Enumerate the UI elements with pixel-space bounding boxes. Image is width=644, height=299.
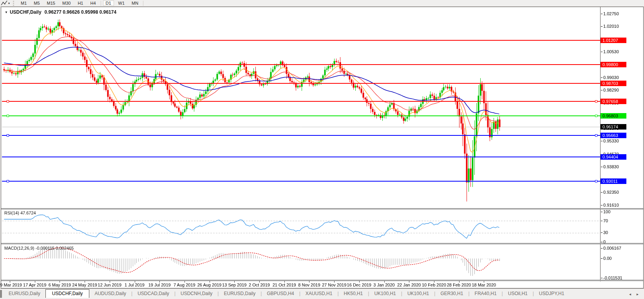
level-price-label: 0.94404 — [601, 154, 626, 160]
date-axis-label: 26 Aug 2019 — [197, 283, 222, 287]
price-axis-tick: 1.02010 — [603, 24, 619, 29]
price-axis-tick: 0.93830 — [603, 164, 619, 169]
chart-window: ▼USDCHF,Daily0.96277 0.96626 0.95998 0.9… — [1, 7, 644, 288]
date-axis-label: 3 Jan 2020 — [373, 283, 394, 287]
tabs-scroll-right-icon[interactable]: ▸ — [637, 292, 639, 296]
timeframe-button-d1[interactable]: D1 — [103, 0, 114, 6]
chart-tab-usoil-h1[interactable]: USOil,H1 — [503, 290, 533, 298]
timeframe-button-m5[interactable]: M5 — [31, 0, 42, 6]
chart-tab-xauusd-h1[interactable]: XAUUSD,H1 — [300, 290, 338, 298]
timeframe-button-m30[interactable]: M30 — [60, 0, 73, 6]
date-axis-label: 29 Mar 2019 — [0, 283, 22, 287]
date-axis-label: 17 Apr 2019 — [23, 283, 46, 287]
level-line-handle[interactable] — [7, 134, 9, 137]
timeframe-button-h4[interactable]: H4 — [87, 0, 98, 6]
price-axis-tick: 0.98290 — [603, 88, 619, 93]
rsi-indicator-label: RSI(14) 47.6724 — [4, 211, 36, 215]
timeframe-button-h1[interactable]: H1 — [75, 0, 86, 6]
horizontal-level-line-0.93011[interactable] — [2, 181, 600, 182]
price-axis-tick: 0.92350 — [603, 190, 619, 195]
date-axis-label: 8 Nov 2019 — [298, 283, 320, 287]
chart-title: ▼USDCHF,Daily0.96277 0.96626 0.95998 0.9… — [5, 9, 116, 15]
chart-tab-uk100-h1[interactable]: UK100,H1 — [369, 290, 401, 298]
tool-dropdown-icon[interactable]: ▾ — [8, 2, 10, 5]
chart-tab-fra40-h1[interactable]: FRA40,H1 — [470, 290, 502, 298]
timeframe-toolbar: ▾ M1M5M15M30H1H4D1W1MN — [0, 0, 644, 7]
level-line-handle[interactable] — [7, 100, 9, 103]
chart-tab-usdchf-daily[interactable]: USDCHF,Daily — [45, 289, 90, 298]
level-price-label: 0.93011 — [601, 178, 626, 184]
main-rsi-separator[interactable] — [1, 208, 643, 209]
toolbar-grip[interactable] — [13, 1, 15, 6]
date-axis-label: 24 May 2019 — [72, 283, 97, 287]
date-axis-label: 19 Jul 2019 — [148, 283, 171, 287]
macd-axis-tick: 0.006167 — [603, 246, 621, 251]
timeframe-button-m15[interactable]: M15 — [44, 0, 58, 6]
chart-tab-usdjpy-h1[interactable]: USDJPY,H1 — [534, 290, 569, 298]
rsi-axis-tick: 0 — [603, 240, 606, 245]
date-axis-label: 21 Oct 2019 — [273, 283, 296, 287]
level-line-handle[interactable] — [595, 100, 597, 103]
date-axis-label: 27 Nov 2019 — [322, 283, 346, 287]
price-axis[interactable] — [600, 7, 643, 281]
timeframe-button-m1[interactable]: M1 — [18, 0, 29, 6]
level-line-handle[interactable] — [7, 180, 9, 182]
horizontal-level-line-0.95663[interactable] — [2, 135, 600, 136]
date-axis-label: 13 Sep 2019 — [222, 283, 246, 287]
chart-tab-ger30-h1[interactable]: GER30,H1 — [435, 290, 468, 298]
price-axis-tick: 0.95330 — [603, 139, 619, 144]
horizontal-level-line-1.01207[interactable] — [2, 40, 600, 41]
chart-tab-hk50-h1[interactable]: HK50,H1 — [339, 290, 368, 298]
date-axis-label: 28 Feb 2020 — [447, 283, 471, 287]
price-axis-tick: 0.91610 — [603, 203, 619, 208]
drawing-tool-icon[interactable] — [1, 0, 8, 6]
date-axis-label: 7 Aug 2019 — [174, 283, 195, 287]
rsi-axis-tick: 30 — [603, 230, 608, 235]
level-price-label: 0.97658 — [601, 99, 626, 104]
macd-axis-tick: -0.011531 — [603, 276, 622, 281]
date-axis-label: 22 Jan 2020 — [397, 283, 421, 287]
date-axis-label: 2 Oct 2019 — [249, 283, 270, 287]
chart-tab-gbpusd-h4[interactable]: GBPUSD,H4 — [262, 290, 299, 298]
chart-tab-bar: EURUSD,DailyUSDCHF,DailyAUDUSD,Daily|USD… — [0, 288, 644, 298]
level-price-label: 0.95663 — [601, 133, 626, 138]
price-axis-tick: 1.00530 — [603, 49, 619, 54]
horizontal-level-line-0.96803[interactable] — [2, 115, 600, 116]
tab-bar-splitter[interactable] — [0, 290, 2, 298]
date-axis-label: 16 Dec 2019 — [347, 283, 371, 287]
chart-tab-eurusd-daily[interactable]: EURUSD,Daily — [4, 290, 45, 298]
date-axis-label: 10 Feb 2020 — [422, 283, 446, 287]
date-axis-label: 1 Jul 2019 — [125, 283, 145, 287]
level-line-handle[interactable] — [595, 180, 597, 182]
tabs-scroll-left-icon[interactable]: ◂ — [629, 292, 631, 296]
level-line-handle[interactable] — [595, 115, 597, 117]
chart-tab-uk100-h1[interactable]: UK100,H1 — [402, 290, 434, 298]
chart-tab-usdcad-daily[interactable]: USDCAD,Daily — [132, 290, 174, 298]
chart-ohlc-values: 0.96277 0.96626 0.95998 0.96174 — [45, 9, 117, 15]
horizontal-level-line-0.99800[interactable] — [2, 64, 600, 65]
horizontal-level-line-0.97658[interactable] — [2, 101, 600, 102]
date-axis-label: 12 Jun 2019 — [98, 283, 122, 287]
level-price-label: 0.98703 — [601, 81, 626, 86]
timeframe-button-mn[interactable]: MN — [129, 0, 141, 6]
level-price-label: 0.99800 — [601, 62, 626, 67]
price-chart-canvas[interactable] — [1, 7, 643, 288]
chart-tab-usdcnh-daily[interactable]: USDCNH,Daily — [175, 290, 217, 298]
toolbar-separator — [143, 1, 143, 6]
macd-axis-tick: 0.00 — [603, 256, 611, 261]
chart-tab-eurusd-daily[interactable]: EURUSD,Daily — [219, 290, 260, 298]
rsi-axis-tick: 100 — [603, 209, 610, 214]
rsi-macd-separator[interactable] — [1, 243, 643, 244]
price-axis-tick: 1.02750 — [603, 11, 619, 16]
chart-tab-audusd-daily[interactable]: AUDUSD,Daily — [89, 290, 131, 298]
chart-dropdown-icon[interactable]: ▼ — [5, 11, 8, 14]
date-axis-label: 18 Mar 2020 — [472, 283, 496, 287]
macd-indicator-label: MACD(12,26,9) -0.000115 0.002465 — [4, 246, 74, 250]
timeframe-button-w1[interactable]: W1 — [116, 0, 128, 6]
level-line-handle[interactable] — [7, 115, 9, 117]
price-axis-tick: 0.99030 — [603, 75, 619, 80]
level-price-label: 1.01207 — [601, 38, 626, 43]
horizontal-level-line-0.94404[interactable] — [2, 157, 600, 157]
level-line-handle[interactable] — [595, 134, 597, 137]
horizontal-level-line-0.98703[interactable] — [2, 83, 600, 84]
